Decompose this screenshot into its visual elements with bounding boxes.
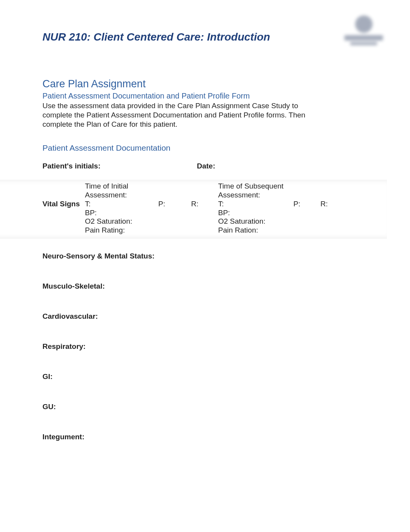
- patient-initials-label: Patient's initials:: [42, 162, 197, 170]
- assignment-heading: Care Plan Assignment: [42, 78, 371, 90]
- resp-subsequent-label: R:: [320, 182, 340, 235]
- respiratory-label: Respiratory:: [42, 342, 371, 351]
- o2-subsequent-label: O2 Saturation:: [218, 217, 293, 226]
- date-label: Date:: [197, 162, 215, 170]
- musculo-skeletal-label: Musculo-Skeletal:: [42, 282, 371, 291]
- form-subtitle: Patient Assessment Documentation and Pat…: [42, 92, 371, 100]
- course-title: NUR 210: Client Centered Care: Introduct…: [42, 31, 371, 43]
- institution-logo: [341, 15, 387, 50]
- gi-label: GI:: [42, 372, 371, 381]
- time-subsequent-label: Time of Subsequent Assessment:: [218, 182, 293, 200]
- subsequent-assessment-column: Time of Subsequent Assessment: T: BP: O2…: [218, 182, 293, 235]
- pulse-initial-label: P:: [158, 182, 191, 235]
- vital-signs-table: Vital Signs Time of Initial Assessment: …: [39, 180, 379, 239]
- neuro-sensory-label: Neuro-Sensory & Mental Status:: [42, 252, 371, 260]
- pain-ration-subsequent-label: Pain Ration:: [218, 226, 293, 235]
- document-page: NUR 210: Client Centered Care: Introduct…: [0, 0, 410, 457]
- bp-subsequent-label: BP:: [218, 209, 293, 218]
- o2-initial-label: O2 Saturation:: [85, 217, 158, 226]
- resp-initial-label: R:: [191, 182, 218, 235]
- pulse-subsequent-label: P:: [293, 182, 320, 235]
- initial-assessment-column: Time of Initial Assessment: T: BP: O2 Sa…: [85, 182, 158, 235]
- time-initial-label: Time of Initial Assessment:: [85, 182, 158, 200]
- section-heading: Patient Assessment Documentation: [42, 143, 371, 153]
- instructions-text: Use the assessment data provided in the …: [42, 101, 320, 129]
- integument-label: Integument:: [42, 433, 371, 441]
- temp-initial-label: T:: [85, 200, 158, 209]
- bp-initial-label: BP:: [85, 209, 158, 218]
- cardiovascular-label: Cardiovascular:: [42, 312, 371, 321]
- temp-subsequent-label: T:: [218, 200, 293, 209]
- pain-rating-initial-label: Pain Rating:: [85, 226, 158, 235]
- gu-label: GU:: [42, 403, 371, 411]
- patient-date-row: Patient's initials: Date:: [42, 162, 371, 170]
- vital-signs-label: Vital Signs: [42, 182, 85, 235]
